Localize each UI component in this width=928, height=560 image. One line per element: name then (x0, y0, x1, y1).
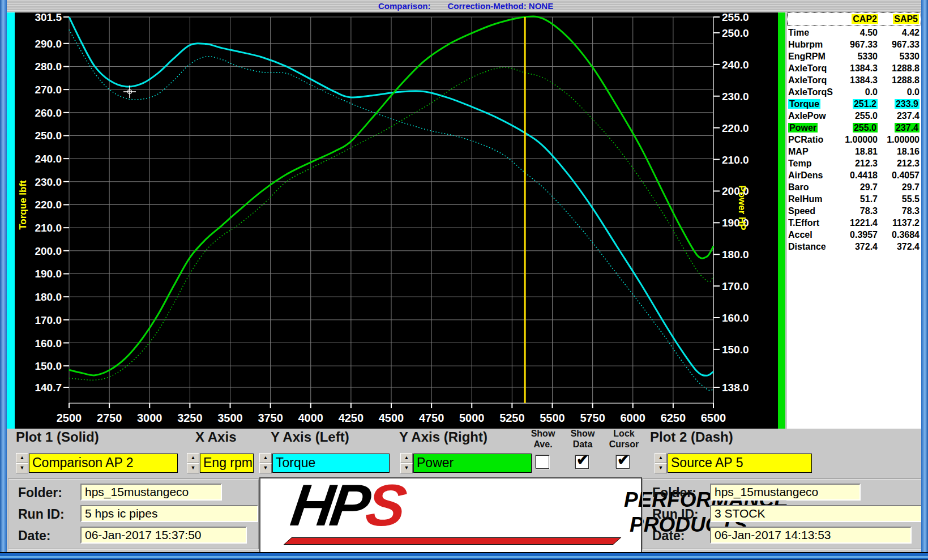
x-tick-label: 6250 (661, 412, 686, 424)
window-border-right (921, 0, 928, 560)
lock-cursor-label: LockCursor (601, 428, 647, 450)
title-comparison: Comparison: (378, 1, 431, 11)
y-left-tick-label: 240.0 (35, 153, 62, 165)
plot1-source-spinner[interactable]: ▲ ▼ (16, 453, 28, 473)
spinner-up-icon[interactable]: ▲ (400, 453, 413, 463)
x-tick-label: 3750 (258, 412, 283, 424)
y-left-section-label: Y Axis (Left) (271, 429, 349, 445)
spinner-up-icon[interactable]: ▲ (187, 453, 199, 463)
table-row: Baro29.729.7 (787, 181, 921, 193)
x-tick-label: 5750 (580, 412, 605, 424)
table-row: AxleTorqS0.00.0 (787, 86, 921, 98)
spinner-up-icon[interactable]: ▲ (655, 453, 667, 463)
column-header-cap2: CAP2 (852, 14, 878, 24)
plot2-source-spinner[interactable]: ▲ ▼ (655, 453, 667, 473)
spinner-up-icon[interactable]: ▲ (16, 453, 28, 463)
y-left-tick-label: 220.0 (35, 199, 62, 211)
y-left-tick-label: 230.0 (35, 176, 62, 188)
lock-cursor-checkbox[interactable]: ✔ (616, 455, 630, 469)
x-tick-label: 5500 (540, 412, 565, 424)
run-id-label: Run ID: (652, 507, 699, 522)
run-id-label: Run ID: (18, 507, 65, 522)
title-bar: Comparison:Correction-Method: NONE (0, 0, 928, 12)
show-data-label: ShowData (564, 428, 601, 450)
run-id-field-right[interactable]: 3 STOCK (710, 505, 923, 522)
x-axis-value[interactable]: Eng rpm (200, 454, 254, 473)
date-field-right[interactable]: 06-Jan-2017 14:13:53 (710, 527, 912, 544)
y-left-tick-label: 301.5 (35, 12, 62, 23)
y-right-tick-label: 220.0 (722, 122, 749, 134)
x-tick-label: 6500 (701, 412, 726, 424)
run-info-panel-right: Folder: hps_15mustangeco Run ID: 3 STOCK… (642, 478, 923, 550)
table-row: Speed78.378.3 (787, 205, 921, 217)
y-right-tick-label: 240.0 (722, 59, 749, 71)
spinner-down-icon[interactable]: ▼ (16, 463, 28, 473)
x-tick-label: 2750 (97, 412, 122, 424)
window-border-bottom (0, 552, 928, 560)
table-row: Power255.0237.4 (787, 122, 921, 134)
y-left-tick-label: 160.0 (35, 337, 62, 349)
y-right-tick-label: 180.0 (722, 249, 749, 260)
date-field-left[interactable]: 06-Jan-2017 15:37:50 (80, 527, 247, 544)
table-row: Temp212.3212.3 (787, 157, 921, 169)
x-axis-section-label: X Axis (195, 429, 236, 445)
plot1-source-value[interactable]: Comparison AP 2 (29, 454, 178, 473)
y-left-tick-label: 280.0 (35, 61, 62, 72)
plot1-section-label: Plot 1 (Solid) (16, 429, 99, 445)
spinner-up-icon[interactable]: ▲ (259, 453, 272, 463)
show-ave-checkbox[interactable] (536, 455, 549, 469)
column-header-sap5: SAP5 (893, 14, 919, 24)
y-left-dropdown: ▲ ▼ Torque (259, 453, 390, 473)
folder-field-right[interactable]: hps_15mustangeco (710, 484, 861, 501)
y-left-tick-label: 200.0 (35, 245, 62, 257)
table-row: AxleTorq1384.31288.8 (787, 62, 921, 74)
y-left-tick-label: 270.0 (35, 84, 62, 96)
show-data-checkbox[interactable]: ✔ (575, 455, 589, 469)
y-left-value[interactable]: Torque (272, 454, 390, 473)
x-tick-label: 3000 (137, 412, 162, 424)
x-tick-label: 4250 (339, 412, 364, 424)
y-left-tick-label: 170.0 (35, 314, 62, 326)
spinner-down-icon[interactable]: ▼ (655, 463, 667, 473)
folder-field-left[interactable]: hps_15mustangeco (80, 484, 222, 501)
date-label: Date: (652, 528, 685, 544)
run-info-panel-left: Folder: hps_15mustangeco Run ID: 5 hps i… (8, 478, 259, 550)
spinner-down-icon[interactable]: ▼ (259, 463, 272, 473)
y-right-tick-label: 138.0 (722, 382, 749, 394)
plot2-source-value[interactable]: Source AP 5 (668, 454, 812, 473)
spinner-down-icon[interactable]: ▼ (187, 463, 199, 473)
y-right-axis-title: Power HP (737, 185, 747, 230)
x-tick-label: 6000 (621, 412, 646, 424)
y-left-tick-label: 190.0 (35, 268, 62, 280)
x-tick-label: 5000 (459, 412, 485, 424)
show-ave-label: ShowAve. (523, 428, 563, 450)
y-left-tick-label: 260.0 (35, 107, 62, 119)
run-id-field-left[interactable]: 5 hps ic pipes (80, 505, 258, 522)
hps-logo: HPS PERFORMANCE PRODUCTS (259, 477, 642, 553)
y-right-section-label: Y Axis (Right) (399, 429, 487, 445)
table-row: RelHum51.755.5 (787, 193, 921, 205)
table-row: Time4.504.42 (787, 27, 921, 39)
y-left-tick-label: 150.0 (35, 360, 62, 372)
plot2-section-label: Plot 2 (Dash) (650, 429, 733, 445)
y-left-spinner[interactable]: ▲ ▼ (259, 453, 272, 473)
x-tick-label: 3250 (177, 412, 203, 424)
y-right-tick-label: 170.0 (722, 280, 749, 292)
y-right-tick-label: 210.0 (722, 154, 749, 166)
x-tick-label: 3500 (217, 412, 243, 424)
x-tick-label: 4500 (379, 412, 404, 424)
table-row: Torque251.2233.9 (787, 98, 921, 110)
y-right-value[interactable]: Power (413, 454, 532, 473)
y-left-tick-label: 250.0 (35, 130, 62, 142)
table-header-row: CAP2 SAP5 (787, 12, 921, 26)
dyno-app-window: Comparison:Correction-Method: NONE 301.5… (0, 0, 928, 560)
x-axis-spinner[interactable]: ▲ ▼ (187, 453, 199, 473)
y-left-tick-label: 140.7 (35, 382, 62, 394)
x-axis-dropdown: ▲ ▼ Eng rpm (187, 453, 254, 473)
table-row: AirDens0.44180.4057 (787, 169, 921, 181)
data-readout-table: CAP2 SAP5 Time4.504.42Hubrpm967.33967.33… (787, 12, 921, 429)
y-right-spinner[interactable]: ▲ ▼ (400, 453, 413, 473)
folder-label: Folder: (18, 485, 62, 501)
table-row: AxleTorq1384.31288.8 (787, 74, 921, 86)
table-rows: Time4.504.42Hubrpm967.33967.33EngRPM5330… (787, 27, 921, 253)
